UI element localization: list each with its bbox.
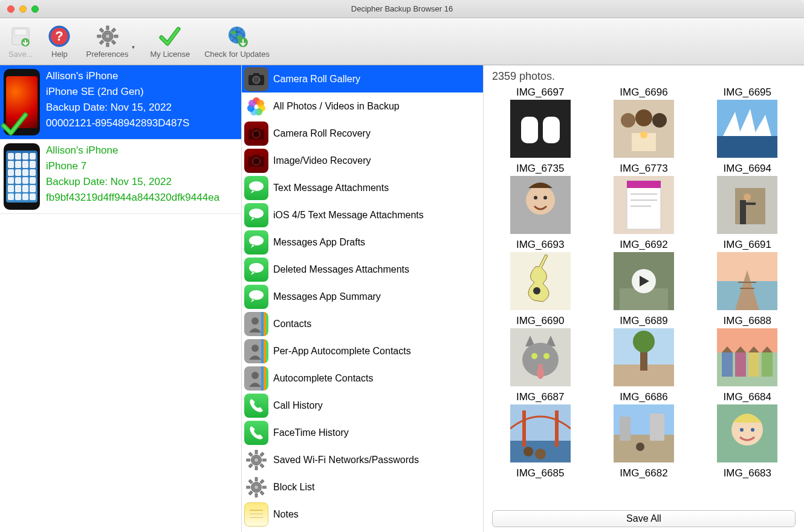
thumbnail: IMG_6694: [717, 161, 777, 234]
svg-point-122: [636, 443, 644, 451]
contact-icon: [244, 312, 268, 336]
svg-rect-120: [620, 417, 631, 441]
thumbnail-image[interactable]: [717, 176, 777, 234]
category-item[interactable]: FaceTime History: [242, 419, 483, 446]
category-item[interactable]: Call History: [242, 392, 483, 419]
message-icon: [244, 285, 268, 309]
category-item[interactable]: Autocomplete Contacts: [242, 365, 483, 392]
content: Allison's iPhoneiPhone SE (2nd Gen)Backu…: [0, 65, 804, 532]
camera-icon: [244, 149, 268, 173]
thumbnail-name: IMG_6735: [516, 161, 564, 176]
thumbnail-name: IMG_6689: [620, 314, 667, 328]
thumbnail-image[interactable]: [510, 100, 571, 158]
svg-point-98: [531, 353, 537, 359]
thumbnail-name: IMG_6691: [724, 238, 771, 252]
zoom-icon[interactable]: [31, 5, 39, 13]
svg-rect-9: [97, 35, 101, 37]
svg-point-68: [652, 113, 667, 128]
svg-rect-114: [522, 410, 526, 447]
category-item[interactable]: Deleted Messages Attachments: [242, 256, 483, 283]
category-item[interactable]: Notes: [242, 501, 483, 528]
photo-count: 2359 photos.: [484, 65, 804, 85]
svg-point-105: [633, 331, 655, 352]
device-id: fb9bf43219d4ff944a844320dfk9444ea: [46, 192, 219, 204]
thumbnail-image[interactable]: [510, 176, 571, 234]
thumbnail-image[interactable]: [510, 404, 571, 462]
help-button[interactable]: ? Help: [47, 24, 71, 59]
thumbnail-name: IMG_6697: [516, 85, 564, 100]
category-item[interactable]: All Photos / Videos in Backup: [242, 92, 483, 120]
svg-rect-110: [748, 352, 759, 377]
device-item[interactable]: Allison's iPhoneiPhone 7Backup Date: Nov…: [0, 140, 241, 214]
category-item[interactable]: Image/Video Recovery: [242, 147, 483, 174]
gear-icon: [96, 24, 120, 48]
svg-point-48: [254, 458, 259, 462]
svg-rect-86: [744, 203, 756, 205]
svg-point-37: [251, 345, 259, 352]
category-label: Contacts: [273, 319, 311, 329]
thumbnail-image[interactable]: [717, 252, 777, 310]
category-item[interactable]: iOS 4/5 Text Message Attachments: [242, 201, 483, 229]
chevron-down-icon[interactable]: ▼: [131, 45, 136, 50]
device-info: Allison's iPhoneiPhone 7Backup Date: Nov…: [46, 143, 219, 210]
svg-rect-1: [15, 29, 27, 35]
category-item[interactable]: Block List: [242, 473, 483, 501]
thumbnail-image[interactable]: [614, 328, 674, 386]
svg-point-15: [105, 34, 110, 39]
svg-rect-64: [543, 117, 560, 143]
thumbnail-image[interactable]: [510, 328, 571, 386]
category-label: Per-App Autocomplete Contacts: [273, 346, 411, 357]
device-thumb: [4, 143, 40, 210]
thumbnail-image[interactable]: [717, 404, 777, 462]
category-item[interactable]: Saved Wi-Fi Networks/Passwords: [242, 446, 483, 473]
svg-point-58: [254, 485, 259, 490]
category-item[interactable]: Per-App Autocomplete Contacts: [242, 337, 483, 365]
svg-point-87: [744, 193, 751, 201]
check-icon: [1, 111, 28, 138]
device-name: Allison's iPhone: [46, 144, 219, 157]
license-button[interactable]: My License: [150, 24, 190, 59]
message-icon: [244, 176, 268, 200]
svg-rect-63: [521, 117, 538, 143]
save-button[interactable]: Save...: [8, 24, 33, 59]
svg-rect-111: [762, 352, 773, 377]
save-all-button[interactable]: Save All: [492, 510, 796, 527]
message-icon: [244, 258, 268, 282]
message-icon: [244, 203, 268, 227]
close-icon[interactable]: [7, 5, 15, 13]
thumbnail-image[interactable]: [614, 252, 674, 310]
thumbnail-image[interactable]: [510, 252, 571, 310]
svg-point-66: [621, 113, 635, 128]
preferences-button[interactable]: Preferences: [86, 24, 128, 59]
svg-rect-109: [735, 352, 746, 377]
gear-icon: [244, 448, 268, 472]
thumbnail-name: IMG_6694: [724, 161, 771, 176]
category-item[interactable]: Camera Roll Gallery: [242, 65, 483, 92]
svg-rect-50: [255, 477, 258, 481]
category-item[interactable]: Messages App Summary: [242, 283, 483, 310]
svg-rect-8: [106, 43, 109, 47]
category-label: Camera Roll Recovery: [273, 128, 371, 139]
thumbnail-image[interactable]: [614, 100, 674, 158]
thumbnail: IMG_6696: [614, 85, 674, 158]
minimize-icon[interactable]: [19, 5, 27, 13]
svg-rect-12: [99, 40, 103, 44]
category-item[interactable]: Messages App Drafts: [242, 229, 483, 256]
category-item[interactable]: Contacts: [242, 310, 483, 337]
updates-button[interactable]: Check for Updates: [204, 24, 270, 59]
thumbnail-image[interactable]: [614, 404, 674, 462]
svg-rect-43: [262, 459, 266, 461]
svg-point-116: [524, 447, 533, 456]
device-item[interactable]: Allison's iPhoneiPhone SE (2nd Gen)Backu…: [0, 65, 241, 140]
gear-icon: [244, 475, 268, 499]
thumbnail: IMG_6691: [717, 238, 777, 310]
svg-point-17: [231, 31, 236, 34]
category-item[interactable]: Text Message Attachments: [242, 174, 483, 201]
category-label: FaceTime History: [273, 427, 349, 438]
thumbnail-image[interactable]: [614, 176, 674, 234]
category-label: Call History: [273, 400, 323, 411]
svg-rect-10: [114, 35, 118, 37]
thumbnail-image[interactable]: [717, 100, 777, 158]
thumbnail-image[interactable]: [717, 328, 777, 386]
category-item[interactable]: Camera Roll Recovery: [242, 120, 483, 147]
